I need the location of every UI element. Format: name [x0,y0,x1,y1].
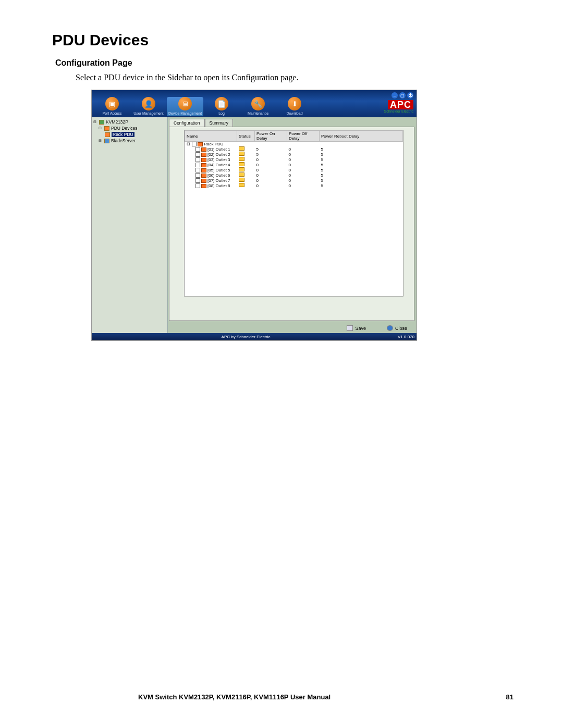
status-icon [239,162,244,166]
checkbox[interactable] [195,178,200,183]
table-row[interactable]: [08] Outlet 8005 [185,183,403,188]
status-icon [239,172,244,177]
cell-poff: 0 [287,172,320,178]
tree-root[interactable]: ⊟ KVM2132P [93,119,166,125]
table-header-row: Name Status Power On Delay Power Off Del… [185,131,403,142]
outlet-icon [201,163,206,167]
section-subtitle: Configuration Page [55,58,516,68]
col-power-reboot[interactable]: Power Reboot Delay [320,131,403,142]
table-row[interactable]: [04] Outlet 4005 [185,162,403,167]
toolbar-item-log[interactable]: 📄 Log [203,97,240,116]
save-label: Save [355,326,366,331]
col-name[interactable]: Name [185,131,237,142]
cell-pon: 5 [255,146,287,152]
outlet-icon [201,158,206,162]
cell-pon: 0 [255,162,287,167]
outlet-icon [201,153,206,157]
close-button[interactable]: Close [387,325,407,331]
table-row[interactable]: [01] Outlet 1505 [185,146,403,152]
status-icon [239,152,244,156]
checkbox[interactable] [195,168,200,172]
cell-preb: 5 [320,157,403,162]
collapse-icon[interactable]: ⊟ [187,142,191,146]
row-name: [04] Outlet 4 [207,163,230,167]
window-controls[interactable]: – ▢ ⏻ [391,92,413,98]
row-name: Rack PDU [204,142,223,146]
checkbox[interactable] [195,147,200,152]
cell-preb: 5 [320,146,403,152]
close-icon [387,325,393,331]
main-toolbar: ▣ Port Access 👤 User Management 🖥 Device… [92,90,417,117]
tree-pdu-devices[interactable]: ⊟ PDU Devices [99,125,166,131]
row-name: [08] Outlet 8 [207,183,230,188]
status-icon [239,178,244,182]
status-icon [239,146,244,151]
cell-poff: 0 [287,178,320,183]
cell-poff: 0 [287,162,320,167]
toolbar-item-device-management[interactable]: 🖥 Device Management [167,97,203,116]
cell-pon: 0 [255,172,287,178]
toolbar-label: Download [286,112,302,115]
brand-area: – ▢ ⏻ APC Schneider Electric [384,92,413,113]
cell-preb: 5 [320,152,403,157]
power-icon[interactable]: ⏻ [407,92,413,98]
table-row[interactable]: [02] Outlet 2505 [185,152,403,157]
log-icon: 📄 [215,97,228,110]
toolbar-item-port-access[interactable]: ▣ Port Access [94,97,130,116]
checkbox[interactable] [195,163,200,167]
cell-pon: 0 [255,178,287,183]
config-panel: Name Status Power On Delay Power Off Del… [169,127,414,321]
table-row[interactable]: [05] Outlet 5005 [185,167,403,172]
outlet-icon [201,168,206,172]
cell-preb: 5 [320,178,403,183]
table-row[interactable]: ⊟ Rack PDU [185,142,403,147]
col-status[interactable]: Status [237,131,255,142]
toolbar-item-maintenance[interactable]: 🔧 Maintenance [240,97,276,116]
table-row[interactable]: [06] Outlet 6005 [185,172,403,178]
max-icon[interactable]: ▢ [399,92,406,98]
table-row[interactable]: [03] Outlet 3005 [185,157,403,162]
status-bar: APC by Schneider Electric V1.0.070 [92,333,417,340]
status-icon [239,167,244,171]
row-name: [03] Outlet 3 [207,157,230,162]
expand-icon[interactable]: ⊞ [99,139,103,143]
collapse-icon[interactable]: ⊟ [99,126,103,130]
toolbar-label: Port Access [103,112,122,115]
page-title: PDU Devices [52,31,516,49]
table-row[interactable]: [07] Outlet 7005 [185,178,403,183]
device-management-icon: 🖥 [178,97,192,110]
row-name: [01] Outlet 1 [207,147,230,152]
maintenance-icon: 🔧 [251,97,265,110]
col-power-off[interactable]: Power Off Delay [287,131,320,142]
status-center: APC by Schneider Electric [94,335,398,339]
apc-logo: APC [388,100,413,109]
tree-bladeserver[interactable]: ⊞ BladeServer [99,138,166,144]
cell-preb: 5 [320,162,403,167]
toolbar-item-user-management[interactable]: 👤 User Management [130,97,167,116]
checkbox[interactable] [195,152,200,157]
toolbar-item-download[interactable]: ⬇ Download [276,97,313,116]
col-power-on[interactable]: Power On Delay [255,131,287,142]
tree-rack-pdu[interactable]: Rack PDU [105,131,166,138]
cell-poff: 0 [287,152,320,157]
main-panel: Configuration Summary Name Status Power … [168,117,417,333]
checkbox[interactable] [195,183,200,188]
checkbox[interactable] [195,173,200,178]
tab-configuration[interactable]: Configuration [169,119,205,127]
toolbar-label: Device Management [168,112,202,115]
min-icon[interactable]: – [391,92,398,98]
save-icon [347,325,353,331]
save-button[interactable]: Save [347,325,366,331]
checkbox[interactable] [195,157,200,162]
port-access-icon: ▣ [105,97,119,110]
row-name: [06] Outlet 6 [207,173,230,178]
cell-preb: 5 [320,172,403,178]
user-management-icon: 👤 [142,97,155,110]
collapse-icon[interactable]: ⊟ [93,120,97,124]
download-icon: ⬇ [288,97,301,110]
cell-pon: 0 [255,167,287,172]
tab-summary[interactable]: Summary [205,119,233,127]
page-number: 81 [506,693,513,701]
checkbox[interactable] [192,142,197,146]
cell-pon: 0 [255,183,287,188]
